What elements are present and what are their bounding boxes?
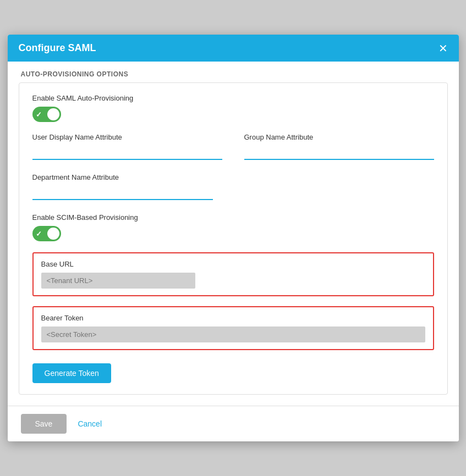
auto-provisioning-section: Enable SAML Auto-Provisioning ✓ User Dis… [19, 82, 448, 395]
base-url-box: Base URL [32, 252, 434, 296]
cancel-button[interactable]: Cancel [78, 419, 102, 428]
dialog-title: Configure SAML [19, 42, 96, 54]
group-name-input[interactable] [244, 146, 434, 160]
generate-token-button[interactable]: Generate Token [32, 363, 111, 383]
toggle-scim-track: ✓ [32, 226, 61, 241]
dialog-body: AUTO-PROVISIONING OPTIONS Enable SAML Au… [8, 62, 459, 406]
toggle-scim-wrapper: ✓ [32, 226, 434, 241]
department-name-field: Department Name Attribute [32, 173, 434, 200]
enable-scim-toggle[interactable]: ✓ [32, 226, 61, 241]
toggle-knob [47, 108, 59, 120]
base-url-label: Base URL [41, 260, 425, 268]
user-display-name-input[interactable] [32, 146, 222, 160]
group-name-label: Group Name Attribute [244, 133, 434, 141]
save-button[interactable]: Save [21, 414, 67, 434]
department-name-input[interactable] [32, 186, 213, 200]
toggle-scim-knob [47, 228, 59, 240]
row-display-group: User Display Name Attribute Group Name A… [32, 133, 434, 160]
department-name-label: Department Name Attribute [32, 173, 434, 181]
user-display-name-label: User Display Name Attribute [32, 133, 222, 141]
enable-saml-label: Enable SAML Auto-Provisioning [32, 94, 434, 102]
section-header-auto-provisioning: AUTO-PROVISIONING OPTIONS [8, 62, 459, 82]
group-name-field: Group Name Attribute [244, 133, 434, 160]
toggle-check-icon: ✓ [36, 110, 42, 119]
dialog-header: Configure SAML ✕ [8, 35, 459, 62]
enable-scim-label: Enable SCIM-Based Provisioning [32, 213, 434, 222]
configure-saml-dialog: Configure SAML ✕ AUTO-PROVISIONING OPTIO… [8, 35, 459, 441]
bearer-token-label: Bearer Token [41, 314, 425, 322]
toggle-saml-wrapper: ✓ [32, 107, 434, 122]
toggle-scim-check-icon: ✓ [36, 230, 42, 238]
bearer-token-input[interactable] [41, 326, 425, 342]
base-url-input[interactable] [41, 273, 195, 289]
enable-saml-toggle[interactable]: ✓ [32, 107, 61, 122]
bearer-token-box: Bearer Token [32, 306, 434, 350]
user-display-name-field: User Display Name Attribute [32, 133, 222, 160]
toggle-track: ✓ [32, 107, 61, 122]
dialog-footer: Save Cancel [8, 406, 459, 441]
close-button[interactable]: ✕ [438, 43, 448, 54]
